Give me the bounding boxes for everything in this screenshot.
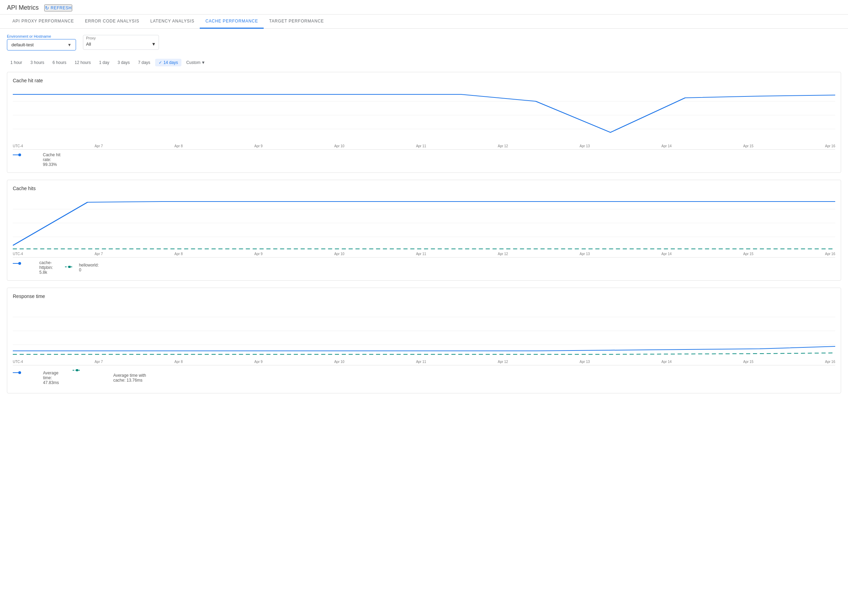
- response-time-section: Response time UTC-4 Apr 7 Apr 8 Apr 9 Ap…: [7, 288, 841, 393]
- chevron-down-icon: ▼: [201, 60, 205, 65]
- time-14d[interactable]: ✓ 14 days: [155, 59, 181, 66]
- legend-icon: [73, 368, 111, 387]
- proxy-wrapper: Proxy All ▼: [83, 35, 159, 50]
- time-6h[interactable]: 6 hours: [49, 59, 70, 66]
- cache-hits-xaxis: UTC-4 Apr 7 Apr 8 Apr 9 Apr 10 Apr 11 Ap…: [13, 251, 835, 256]
- time-7d[interactable]: 7 days: [135, 59, 154, 66]
- cache-hit-rate-legend: Cache hit rate: 99.33%: [13, 149, 835, 167]
- response-time-xaxis: UTC-4 Apr 7 Apr 8 Apr 9 Apr 10 Apr 11 Ap…: [13, 358, 835, 364]
- refresh-button[interactable]: ↻ REFRESH: [44, 4, 72, 11]
- legend-icon: [13, 371, 41, 385]
- legend-helloworld: helloworld: 0: [65, 263, 98, 272]
- cache-hits-chart: [13, 195, 835, 251]
- cache-hits-legend: cache-httpbin: 5.8k helloworld: 0: [13, 257, 835, 275]
- tab-api-proxy[interactable]: API PROXY PERFORMANCE: [7, 15, 80, 29]
- legend-icon: [13, 153, 41, 167]
- time-filter-bar: 1 hour 3 hours 6 hours 12 hours 1 day 3 …: [0, 56, 848, 72]
- tab-bar: API PROXY PERFORMANCE ERROR CODE ANALYSI…: [0, 15, 848, 29]
- time-3d[interactable]: 3 days: [114, 59, 133, 66]
- legend-cache-hit-rate: Cache hit rate: 99.33%: [13, 153, 65, 167]
- environment-filter: Environment or Hostname default-test ▼: [7, 34, 76, 50]
- page-header: API Metrics ↻ REFRESH: [0, 0, 848, 15]
- tab-target[interactable]: TARGET PERFORMANCE: [264, 15, 330, 29]
- check-icon: ✓: [159, 60, 162, 65]
- tab-error-code[interactable]: ERROR CODE ANALYSIS: [80, 15, 145, 29]
- cache-hits-section: Cache hits UTC-4 Apr 7 Apr 8 Apr 9 Apr 1…: [7, 180, 841, 281]
- cache-hits-title: Cache hits: [13, 186, 835, 191]
- charts-container: Cache hit rate UTC-4 Apr 7 Apr 8 Apr 9 A…: [0, 72, 848, 393]
- svg-point-4: [18, 153, 21, 156]
- time-1d[interactable]: 1 day: [96, 59, 113, 66]
- tab-latency[interactable]: LATENCY ANALYSIS: [145, 15, 200, 29]
- response-time-title: Response time: [13, 294, 835, 299]
- proxy-filter: Proxy All ▼: [83, 35, 159, 50]
- time-custom[interactable]: Custom ▼: [183, 59, 209, 66]
- svg-point-16: [18, 371, 21, 374]
- tab-cache-performance[interactable]: CACHE PERFORMANCE: [200, 15, 263, 29]
- time-1h[interactable]: 1 hour: [7, 59, 25, 66]
- svg-rect-11: [68, 266, 71, 268]
- proxy-select[interactable]: All ▼: [86, 42, 156, 47]
- response-time-svg: [13, 303, 835, 358]
- legend-avg-time: Average time: 47.83ms: [13, 371, 66, 385]
- chevron-down-icon: ▼: [67, 43, 71, 47]
- page-title: API Metrics: [7, 4, 39, 11]
- cache-hit-rate-chart: [13, 88, 835, 143]
- legend-cache-httpbin: cache-httpbin: 5.8k: [13, 260, 58, 275]
- svg-rect-18: [76, 369, 78, 371]
- cache-hit-rate-title: Cache hit rate: [13, 78, 835, 83]
- legend-avg-time-cache: Average time with cache: 13.76ms: [73, 368, 146, 387]
- legend-icon: [13, 261, 37, 273]
- response-time-legend: Average time: 47.83ms Average time with …: [13, 365, 835, 387]
- environment-label: Environment or Hostname: [7, 34, 76, 39]
- cache-hit-rate-svg: [13, 88, 835, 143]
- cache-hit-rate-section: Cache hit rate UTC-4 Apr 7 Apr 8 Apr 9 A…: [7, 72, 841, 173]
- cache-hits-svg: [13, 195, 835, 251]
- time-3h[interactable]: 3 hours: [27, 59, 48, 66]
- chevron-down-icon: ▼: [151, 42, 156, 47]
- cache-hit-rate-xaxis: UTC-4 Apr 7 Apr 8 Apr 9 Apr 10 Apr 11 Ap…: [13, 143, 835, 148]
- environment-select[interactable]: default-test ▼: [7, 39, 76, 50]
- legend-icon: [65, 265, 77, 271]
- refresh-icon: ↻: [45, 5, 49, 11]
- filters-bar: Environment or Hostname default-test ▼ P…: [0, 29, 848, 56]
- time-12h[interactable]: 12 hours: [71, 59, 94, 66]
- svg-point-9: [18, 262, 21, 265]
- response-time-chart: [13, 303, 835, 358]
